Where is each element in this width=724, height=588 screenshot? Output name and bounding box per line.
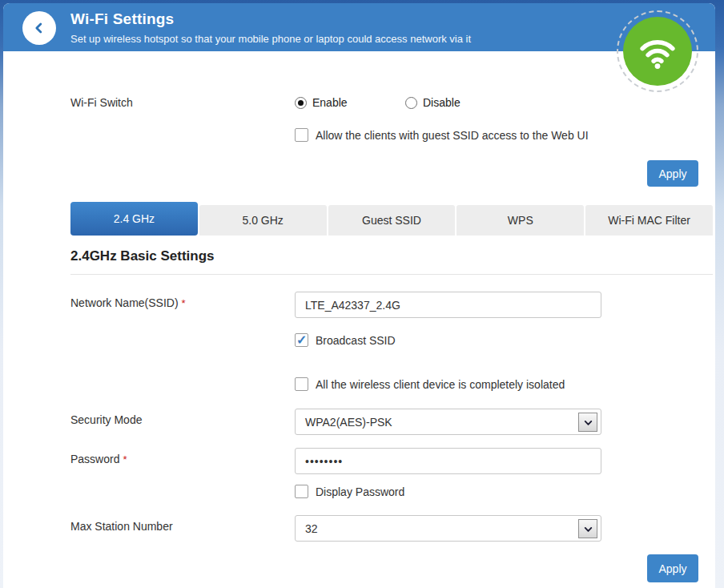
tab-5-0ghz[interactable]: 5.0 GHz: [199, 205, 327, 236]
tab-wps[interactable]: WPS: [457, 205, 584, 236]
security-mode-select[interactable]: WPA2(AES)-PSK: [295, 409, 601, 435]
section-heading: 2.4GHz Basic Settings: [70, 248, 215, 264]
broadcast-ssid-label: Broadcast SSID: [316, 334, 396, 347]
guest-ssid-access-label: Allow the clients with guest SSID access…: [316, 129, 589, 142]
apply-wifi-switch-button[interactable]: Apply: [647, 160, 698, 187]
chevron-left-icon: [30, 19, 48, 37]
page-header: Wi-Fi Settings Set up wireless hotspot s…: [3, 3, 715, 51]
guest-ssid-access-checkbox[interactable]: Allow the clients with guest SSID access…: [295, 128, 589, 142]
chevron-down-icon[interactable]: [578, 413, 597, 432]
client-isolation-label: All the wireless client device is comple…: [316, 378, 565, 391]
max-station-value: 32: [305, 522, 318, 535]
display-password-checkbox[interactable]: Display Password: [295, 485, 404, 498]
wifi-icon: [623, 17, 692, 86]
band-tabs: 2.4 GHz 5.0 GHz Guest SSID WPS Wi-Fi MAC…: [70, 202, 713, 236]
enable-radio[interactable]: Enable: [295, 96, 348, 109]
checkbox-icon[interactable]: [295, 377, 308, 391]
disable-radio[interactable]: Disable: [405, 96, 461, 109]
apply-basic-settings-button[interactable]: Apply: [647, 554, 698, 582]
tab-guest-ssid[interactable]: Guest SSID: [328, 205, 456, 236]
broadcast-ssid-checkbox[interactable]: Broadcast SSID: [295, 333, 396, 347]
wifi-switch-label: Wi-Fi Switch: [70, 96, 133, 109]
network-name-label-text: Network Name(SSID): [70, 296, 179, 309]
password-input[interactable]: [295, 448, 601, 474]
network-name-label: Network Name(SSID)*: [70, 296, 186, 309]
checkbox-icon[interactable]: [295, 128, 308, 142]
wifi-status-badge: [617, 10, 698, 92]
disable-radio-label: Disable: [423, 96, 461, 109]
checkbox-icon[interactable]: [295, 485, 308, 498]
security-mode-label: Security Mode: [70, 413, 142, 426]
wifi-settings-panel: Wi-Fi Settings Set up wireless hotspot s…: [3, 3, 715, 588]
security-mode-value: WPA2(AES)-PSK: [305, 416, 392, 429]
network-name-input[interactable]: [295, 292, 601, 318]
display-password-label: Display Password: [316, 485, 404, 498]
radio-button-icon[interactable]: [295, 97, 307, 109]
password-label-text: Password: [70, 453, 119, 465]
chevron-down-icon[interactable]: [578, 519, 597, 538]
page-subtitle: Set up wireless hotspot so that your mob…: [70, 33, 471, 45]
enable-radio-label: Enable: [312, 96, 348, 109]
tab-2-4ghz[interactable]: 2.4 GHz: [70, 202, 198, 236]
max-station-label: Max Station Number: [70, 520, 173, 533]
back-button[interactable]: [22, 11, 56, 45]
max-station-select[interactable]: 32: [295, 515, 601, 542]
client-isolation-checkbox[interactable]: All the wireless client device is comple…: [295, 377, 565, 391]
required-asterisk: *: [123, 453, 127, 465]
tab-wifi-mac-filter[interactable]: Wi-Fi MAC Filter: [585, 205, 713, 236]
section-divider: [70, 274, 713, 275]
required-asterisk: *: [182, 297, 186, 309]
radio-button-icon[interactable]: [405, 97, 417, 109]
password-label: Password*: [70, 453, 127, 465]
checkbox-icon[interactable]: [295, 333, 308, 347]
page-title: Wi-Fi Settings: [70, 10, 174, 28]
